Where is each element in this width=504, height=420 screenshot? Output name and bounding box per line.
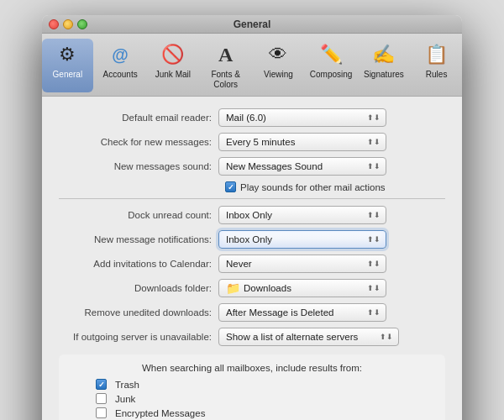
toolbar-item-general[interactable]: ⚙ General: [42, 39, 93, 92]
encrypted-checkbox[interactable]: [96, 407, 107, 418]
folder-icon: 📁: [226, 281, 240, 295]
title-bar: General: [42, 15, 462, 34]
new-sound-label: New messages sound:: [59, 161, 218, 171]
select-arrow-icon: ⬆⬇: [367, 235, 381, 244]
main-content: Default email reader: Mail (6.0) ⬆⬇ Chec…: [42, 97, 462, 420]
zoom-button[interactable]: [77, 19, 87, 29]
signatures-icon: ✍️: [370, 41, 397, 68]
dock-unread-control: Inbox Only ⬆⬇: [218, 206, 445, 224]
select-arrow-icon: ⬆⬇: [367, 260, 381, 268]
add-invitations-row: Add invitations to Calendar: Never ⬆⬇: [59, 255, 445, 273]
general-icon: ⚙: [54, 41, 81, 68]
preferences-dialog: General ⚙ General @ Accounts 🚫 Junk Mail…: [42, 15, 462, 420]
toolbar: ⚙ General @ Accounts 🚫 Junk Mail A Fonts…: [42, 34, 462, 97]
junk-checkbox[interactable]: [96, 393, 107, 404]
add-invitations-control: Never ⬆⬇: [218, 255, 445, 273]
trash-checkbox[interactable]: [96, 379, 107, 390]
add-invitations-select[interactable]: Never ⬆⬇: [218, 255, 386, 273]
rules-icon: 📋: [423, 41, 450, 68]
default-email-control: Mail (6.0) ⬆⬇: [218, 108, 445, 127]
search-section-title: When searching all mailboxes, include re…: [71, 363, 433, 373]
search-trash-row: Trash: [96, 379, 433, 390]
add-invitations-label: Add invitations to Calendar:: [59, 259, 218, 269]
close-button[interactable]: [49, 19, 59, 29]
junkmail-icon: 🚫: [160, 41, 186, 68]
dock-unread-label: Dock unread count:: [59, 210, 218, 220]
default-email-label: Default email reader:: [59, 113, 218, 123]
check-new-row: Check for new messages: Every 5 minutes …: [59, 133, 445, 151]
default-email-row: Default email reader: Mail (6.0) ⬆⬇: [59, 108, 445, 127]
notifications-control: Inbox Only ⬆⬇: [218, 230, 445, 249]
outgoing-server-row: If outgoing server is unavailable: Show …: [59, 328, 445, 346]
encrypted-label: Encrypted Messages: [115, 408, 205, 418]
divider-1: [59, 198, 445, 199]
remove-unedited-control: After Message is Deleted ⬆⬇: [218, 303, 445, 322]
search-junk-row: Junk: [96, 393, 433, 404]
trash-label: Trash: [115, 380, 139, 390]
play-sounds-row: Play sounds for other mail actions: [59, 181, 445, 192]
remove-unedited-select[interactable]: After Message is Deleted ⬆⬇: [218, 303, 386, 322]
traffic-lights: [49, 19, 87, 29]
remove-unedited-row: Remove unedited downloads: After Message…: [59, 303, 445, 322]
folder-icon-wrap: 📁 Downloads: [226, 281, 291, 295]
notifications-select[interactable]: Inbox Only ⬆⬇: [218, 230, 386, 249]
downloads-control: 📁 Downloads ⬆⬇: [218, 279, 445, 297]
search-items-list: Trash Junk Encrypted Messages: [71, 379, 433, 418]
outgoing-server-label: If outgoing server is unavailable:: [59, 332, 218, 342]
new-sound-control: New Messages Sound ⬆⬇: [218, 157, 445, 176]
minimize-button[interactable]: [63, 19, 73, 29]
downloads-row: Downloads folder: 📁 Downloads ⬆⬇: [59, 279, 445, 297]
junk-label: Junk: [115, 394, 135, 404]
select-arrow-icon: ⬆⬇: [367, 211, 381, 219]
select-arrow-icon: ⬆⬇: [367, 284, 381, 292]
viewing-icon: 👁: [265, 41, 291, 68]
new-sound-select[interactable]: New Messages Sound ⬆⬇: [218, 157, 386, 176]
downloads-label: Downloads folder:: [59, 283, 218, 293]
select-arrow-icon: ⬆⬇: [367, 162, 381, 171]
dialog-title: General: [234, 18, 271, 30]
select-arrow-icon: ⬆⬇: [380, 333, 393, 341]
toolbar-item-viewing[interactable]: 👁 Viewing: [253, 39, 304, 92]
composing-icon: ✏️: [318, 41, 344, 68]
select-arrow-icon: ⬆⬇: [367, 308, 381, 317]
outgoing-server-control: Show a list of alternate servers ⬆⬇: [218, 328, 445, 346]
toolbar-item-rules[interactable]: 📋 Rules: [411, 39, 462, 92]
select-arrow-icon: ⬆⬇: [367, 113, 381, 122]
new-sound-row: New messages sound: New Messages Sound ⬆…: [59, 157, 445, 176]
toolbar-item-signatures[interactable]: ✍️ Signatures: [359, 39, 410, 92]
check-new-label: Check for new messages:: [59, 137, 218, 147]
remove-unedited-label: Remove unedited downloads:: [59, 307, 218, 318]
toolbar-item-fonts-colors[interactable]: A Fonts & Colors: [200, 39, 251, 92]
notifications-row: New message notifications: Inbox Only ⬆⬇: [59, 230, 445, 249]
toolbar-item-composing[interactable]: ✏️ Composing: [306, 39, 357, 92]
dock-unread-row: Dock unread count: Inbox Only ⬆⬇: [59, 206, 445, 224]
default-email-select[interactable]: Mail (6.0) ⬆⬇: [218, 108, 386, 127]
accounts-icon: @: [107, 41, 134, 68]
toolbar-item-accounts[interactable]: @ Accounts: [95, 39, 146, 92]
search-section: When searching all mailboxes, include re…: [59, 354, 445, 420]
check-new-select[interactable]: Every 5 minutes ⬆⬇: [218, 133, 386, 151]
notifications-label: New message notifications:: [59, 234, 218, 244]
fonts-colors-icon: A: [213, 41, 239, 68]
check-new-control: Every 5 minutes ⬆⬇: [218, 133, 445, 151]
play-sounds-checkbox[interactable]: [225, 181, 236, 192]
downloads-select[interactable]: 📁 Downloads ⬆⬇: [218, 279, 386, 297]
toolbar-item-junkmail[interactable]: 🚫 Junk Mail: [148, 39, 199, 92]
dock-unread-select[interactable]: Inbox Only ⬆⬇: [218, 206, 386, 224]
outgoing-server-select[interactable]: Show a list of alternate servers ⬆⬇: [218, 328, 399, 346]
select-arrow-icon: ⬆⬇: [367, 138, 381, 146]
search-encrypted-row: Encrypted Messages: [96, 407, 433, 418]
play-sounds-label: Play sounds for other mail actions: [240, 182, 386, 192]
